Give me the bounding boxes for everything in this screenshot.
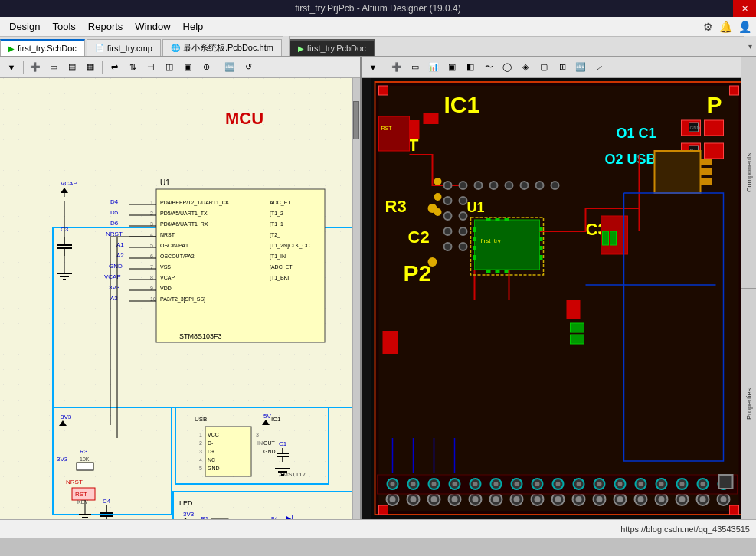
components-tab[interactable]: Components <box>741 57 756 288</box>
svg-rect-287 <box>701 168 712 175</box>
menu-help[interactable]: Help <box>177 19 210 34</box>
rect-btn[interactable]: ▭ <box>45 60 62 75</box>
left-scrollbar[interactable] <box>352 78 360 519</box>
svg-point-238 <box>597 482 602 486</box>
svg-point-236 <box>577 482 581 486</box>
title-bar: first_try.PrjPcb - Altium Designer (19.0… <box>0 0 756 17</box>
svg-rect-88 <box>77 463 93 470</box>
menu-design[interactable]: Design <box>3 19 46 34</box>
svg-rect-160 <box>473 255 476 260</box>
close-button[interactable]: ✕ <box>733 0 756 17</box>
svg-text:10K: 10K <box>80 456 90 462</box>
svg-point-191 <box>473 496 479 502</box>
menu-reports[interactable]: Reports <box>82 19 129 34</box>
svg-text:O2 USB: O2 USB <box>605 152 656 167</box>
tab-cmp-icon: 📄 <box>95 44 104 52</box>
tab-htm[interactable]: 🌐 最小系统板.PcbDoc.htm <box>162 39 282 56</box>
svg-text:VDD: VDD <box>160 286 172 291</box>
pcb-chart-btn[interactable]: 📊 <box>425 60 442 75</box>
tab-scroll-button[interactable]: ▾ <box>744 36 756 56</box>
pcb-canvas[interactable]: IC1 P RST R3 U1 C2 C3 P2 O1 C1 <box>362 78 756 519</box>
svg-text:B4: B4 <box>271 516 278 519</box>
undo-btn[interactable]: ↺ <box>240 60 257 75</box>
svg-text:[T1_BKI: [T1_BKI <box>270 275 289 281</box>
tab-pcbdoc[interactable]: ▶ first_try.PcbDoc <box>290 39 375 56</box>
svg-rect-150 <box>475 220 540 270</box>
tab-schdoc-icon: ▶ <box>8 44 15 53</box>
svg-point-170 <box>434 193 442 201</box>
pcb-text-btn[interactable]: 🔤 <box>572 60 589 75</box>
menu-bar: Design Tools Reports Window Help ⚙ 🔔 👤 <box>0 17 756 37</box>
svg-text:[T1_IN: [T1_IN <box>270 253 286 260</box>
svg-rect-162 <box>540 237 543 241</box>
svg-text:U1: U1 <box>160 178 170 187</box>
pcb-comp-btn[interactable]: ▣ <box>443 60 460 75</box>
svg-point-264 <box>506 182 513 189</box>
svg-text:STM8S103F3: STM8S103F3 <box>179 332 222 340</box>
tab-cmp[interactable]: 📄 first_try.cmp <box>87 39 161 56</box>
wire-h-btn[interactable]: ⇌ <box>106 60 123 75</box>
bell-icon[interactable]: 🔔 <box>719 21 732 33</box>
power-btn[interactable]: ▣ <box>179 60 196 75</box>
svg-point-244 <box>659 482 664 486</box>
svg-text:5: 5 <box>199 466 202 471</box>
svg-text:VCAP: VCAP <box>104 273 121 280</box>
pcb-poly-btn[interactable]: ▢ <box>535 60 552 75</box>
svg-point-252 <box>444 182 452 189</box>
pcb-sep1 <box>385 61 385 74</box>
text-btn[interactable]: 🔤 <box>221 60 238 75</box>
pcb-curve-btn[interactable]: 〜 <box>480 60 497 75</box>
pcb-route-btn[interactable]: ◧ <box>462 60 479 75</box>
svg-text:VCAP: VCAP <box>160 275 175 280</box>
pcb-measure-btn[interactable]: ⊞ <box>554 60 571 75</box>
pcb-line-btn[interactable]: ⟋ <box>591 60 607 75</box>
svg-rect-270 <box>383 331 398 354</box>
pcb-filter-btn[interactable]: ▼ <box>365 60 381 75</box>
svg-point-197 <box>535 496 541 502</box>
fill-btn[interactable]: ▦ <box>82 60 99 75</box>
svg-rect-154 <box>486 270 491 273</box>
svg-point-215 <box>721 496 727 502</box>
wire-v-btn[interactable]: ⇅ <box>124 60 141 75</box>
svg-point-263 <box>490 182 498 189</box>
svg-rect-278 <box>379 86 388 95</box>
comp-btn[interactable]: ◫ <box>161 60 178 75</box>
grid-btn[interactable]: ▤ <box>64 60 80 75</box>
svg-rect-177 <box>705 143 724 159</box>
svg-text:RST: RST <box>75 491 87 498</box>
tab-schdoc[interactable]: ▶ first_try.SchDoc <box>0 39 85 56</box>
svg-point-169 <box>434 178 442 185</box>
properties-tab[interactable]: Properties <box>741 288 756 519</box>
pcb-via-btn[interactable]: ◈ <box>517 60 534 75</box>
schematic-canvas[interactable]: MCU U1 PD4/BEEP/T2_1/UART1_CK PD5/A5/UAR… <box>0 78 360 519</box>
pcb-add-btn[interactable]: ➕ <box>388 60 405 75</box>
tab-pcbdoc-icon: ▶ <box>298 44 304 53</box>
svg-point-258 <box>460 197 467 204</box>
status-bar: https://blog.csdn.net/qq_43543515 <box>0 519 756 538</box>
svg-rect-280 <box>379 505 388 515</box>
bus-btn[interactable]: ⊣ <box>142 60 159 75</box>
svg-text:LED: LED <box>179 499 193 507</box>
left-scroll-thumb[interactable] <box>353 101 359 139</box>
user-icon[interactable]: 👤 <box>738 21 751 33</box>
menu-tools[interactable]: Tools <box>46 19 81 34</box>
svg-rect-285 <box>655 151 701 193</box>
svg-text:3V3: 3V3 <box>57 456 68 463</box>
pcb-rect-btn[interactable]: ▭ <box>407 60 424 75</box>
tab-pcbdoc-label: first_try.PcbDoc <box>307 44 366 53</box>
svg-text:D6: D6 <box>110 220 119 227</box>
svg-point-193 <box>493 496 499 502</box>
add-btn[interactable]: ➕ <box>27 60 44 75</box>
gear-icon[interactable]: ⚙ <box>703 21 713 33</box>
filter-btn[interactable]: ▼ <box>3 60 20 75</box>
svg-text:MCU: MCU <box>225 109 263 128</box>
svg-text:[T2_: [T2_ <box>270 232 280 238</box>
svg-text:VCC: VCC <box>208 432 219 437</box>
svg-point-240 <box>618 482 623 486</box>
pcb-circle-btn[interactable]: ◯ <box>499 60 515 75</box>
svg-text:OSCOUT/PA2: OSCOUT/PA2 <box>160 253 195 259</box>
menu-window[interactable]: Window <box>129 19 176 34</box>
svg-point-261 <box>460 243 467 250</box>
svg-text:first_try: first_try <box>481 237 501 244</box>
net-btn[interactable]: ⊕ <box>198 60 214 75</box>
